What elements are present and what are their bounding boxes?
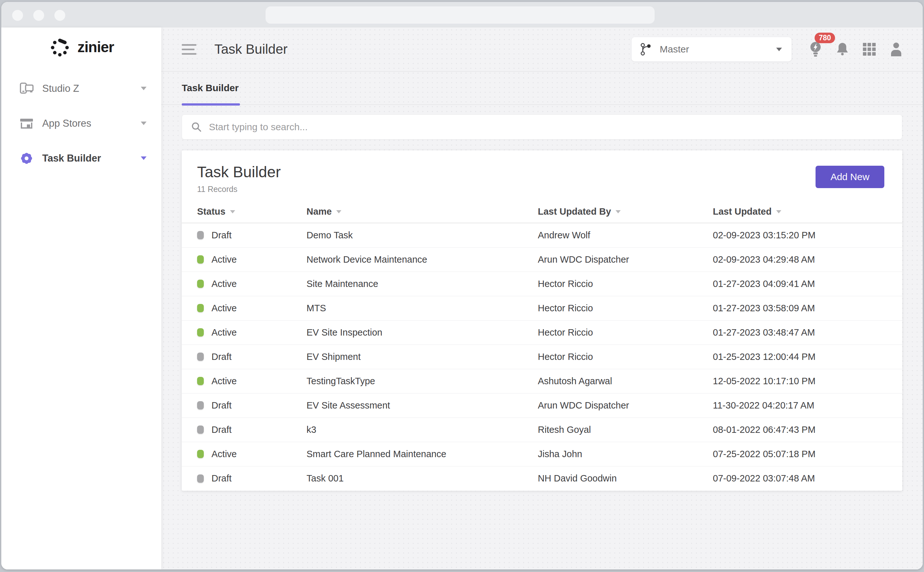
cell-name: Task 001 — [306, 473, 538, 484]
chevron-down-icon — [776, 48, 782, 51]
status-cell: Draft — [197, 473, 306, 484]
table-row[interactable]: Active Smart Care Planned Maintenance Ji… — [182, 442, 902, 466]
table-row[interactable]: Draft Demo Task Andrew Wolf 02-09-2023 0… — [182, 223, 902, 248]
status-label: Active — [211, 279, 237, 289]
status-chip — [197, 255, 204, 264]
cell-updated: 01-27-2023 03:58:09 AM — [713, 303, 902, 314]
status-label: Draft — [211, 424, 231, 435]
status-chip — [197, 377, 204, 385]
cell-updated-by: Ashutosh Agarwal — [538, 376, 713, 387]
cell-name: Site Maintenance — [306, 279, 538, 289]
menu-icon[interactable] — [182, 44, 196, 55]
logo[interactable]: zinier — [1, 28, 161, 67]
status-chip — [197, 474, 204, 483]
user-icon — [890, 42, 902, 57]
table-row[interactable]: Active Network Device Maintenance Arun W… — [182, 248, 902, 272]
status-chip — [197, 328, 204, 337]
table-row[interactable]: Active MTS Hector Riccio 01-27-2023 03:5… — [182, 296, 902, 320]
notifications-button[interactable] — [835, 40, 850, 58]
cell-name: k3 — [306, 424, 538, 435]
search-input[interactable] — [209, 121, 893, 132]
table-row[interactable]: Draft k3 Ritesh Goyal 08-01-2022 06:47:4… — [182, 418, 902, 442]
status-cell: Active — [197, 254, 306, 265]
cell-name: Smart Care Planned Maintenance — [306, 449, 538, 459]
cell-updated: 01-27-2023 03:48:47 AM — [713, 327, 902, 338]
store-icon — [19, 117, 34, 130]
add-new-button[interactable]: Add New — [815, 166, 884, 188]
git-branch-icon — [640, 42, 652, 57]
cell-updated-by: Hector Riccio — [538, 327, 713, 338]
table-body: Draft Demo Task Andrew Wolf 02-09-2023 0… — [182, 223, 902, 491]
insights-bulb-button[interactable]: 780 — [808, 40, 823, 58]
cell-name: MTS — [306, 303, 538, 314]
environment-select[interactable]: Master — [632, 37, 792, 61]
cell-updated-by: Hector Riccio — [538, 351, 713, 362]
cell-name: EV Site Assessment — [306, 400, 538, 411]
tab-task-builder[interactable]: Task Builder — [182, 72, 240, 104]
minimize-window-button[interactable] — [33, 10, 44, 21]
column-header-name[interactable]: Name — [306, 206, 538, 217]
status-chip — [197, 353, 204, 361]
column-header-status[interactable]: Status — [197, 206, 306, 217]
status-label: Draft — [211, 230, 231, 241]
user-profile-button[interactable] — [889, 40, 904, 58]
record-count: 11 Records — [197, 185, 281, 194]
table-row[interactable]: Draft EV Shipment Hector Riccio 01-25-20… — [182, 345, 902, 369]
status-cell: Active — [197, 327, 306, 338]
apps-grid-icon — [863, 42, 876, 56]
close-window-button[interactable] — [12, 10, 23, 21]
table-row[interactable]: Active Site Maintenance Hector Riccio 01… — [182, 272, 902, 296]
status-chip — [197, 304, 204, 312]
sort-caret-icon — [230, 210, 235, 213]
cell-name: TestingTaskType — [306, 376, 538, 387]
environment-value: Master — [660, 44, 689, 55]
table-row[interactable]: Draft EV Site Assessment Arun WDC Dispat… — [182, 393, 902, 418]
status-cell: Active — [197, 279, 306, 289]
devices-icon — [19, 82, 34, 95]
status-label: Active — [211, 376, 237, 387]
status-cell: Draft — [197, 400, 306, 411]
status-label: Draft — [211, 400, 231, 411]
chevron-down-icon — [141, 87, 146, 90]
cell-updated: 12-05-2022 10:17:10 PM — [713, 376, 902, 387]
address-bar[interactable] — [266, 6, 655, 24]
bell-icon — [836, 41, 849, 57]
cell-updated: 07-25-2022 05:07:18 PM — [713, 449, 902, 459]
cell-name: Network Device Maintenance — [306, 254, 538, 265]
sort-caret-icon — [776, 210, 781, 213]
status-label: Active — [211, 254, 237, 265]
chevron-down-icon — [141, 121, 146, 125]
traffic-lights — [12, 10, 65, 21]
logo-text: zinier — [78, 38, 114, 56]
status-cell: Active — [197, 303, 306, 314]
cell-updated-by: Hector Riccio — [538, 279, 713, 289]
status-cell: Active — [197, 376, 306, 387]
cell-updated: 08-01-2022 06:47:43 PM — [713, 424, 902, 435]
cell-updated-by: Arun WDC Dispatcher — [538, 254, 713, 265]
cell-updated-by: Ritesh Goyal — [538, 424, 713, 435]
status-cell: Draft — [197, 351, 306, 362]
cell-updated: 01-25-2023 12:00:44 PM — [713, 351, 902, 362]
cell-name: EV Shipment — [306, 351, 538, 362]
sidebar-item-studio-z[interactable]: Studio Z — [1, 71, 161, 106]
column-header-last-updated-by[interactable]: Last Updated By — [538, 206, 713, 217]
table-row[interactable]: Draft Task 001 NH David Goodwin 07-09-20… — [182, 466, 902, 491]
sidebar-item-task-builder[interactable]: Task Builder — [1, 141, 161, 176]
card-title: Task Builder — [197, 164, 281, 181]
table-row[interactable]: Active TestingTaskType Ashutosh Agarwal … — [182, 369, 902, 393]
sidebar-item-app-stores[interactable]: App Stores — [1, 106, 161, 141]
table-row[interactable]: Active EV Site Inspection Hector Riccio … — [182, 320, 902, 345]
sidebar-item-label: App Stores — [42, 118, 91, 129]
cell-updated-by: Arun WDC Dispatcher — [538, 400, 713, 411]
apps-grid-button[interactable] — [862, 40, 877, 58]
status-cell: Draft — [197, 230, 306, 241]
maximize-window-button[interactable] — [54, 10, 65, 21]
browser-titlebar — [1, 2, 923, 28]
cell-updated: 02-09-2023 03:15:20 PM — [713, 230, 902, 241]
status-label: Active — [211, 303, 237, 314]
sidebar: zinier Studio Z — [1, 28, 161, 569]
column-header-last-updated[interactable]: Last Updated — [713, 206, 902, 217]
cell-updated-by: Jisha John — [538, 449, 713, 459]
table-header: Status Name Last Updated By Last Updated — [182, 201, 902, 223]
cell-updated-by: Andrew Wolf — [538, 230, 713, 241]
